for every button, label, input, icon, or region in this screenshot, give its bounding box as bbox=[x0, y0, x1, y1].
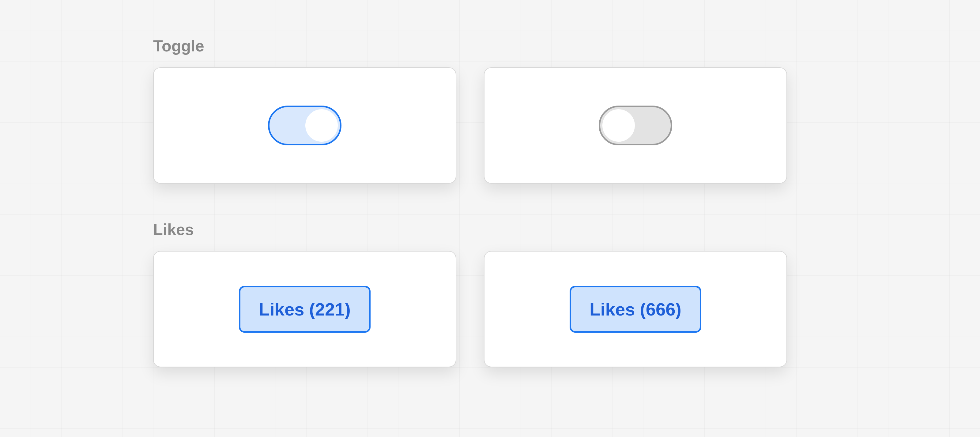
toggle-row bbox=[153, 67, 827, 184]
toggle-section: Toggle bbox=[153, 37, 827, 184]
likes-row: Likes (221) Likes (666) bbox=[153, 251, 827, 367]
likes-button[interactable]: Likes (666) bbox=[570, 286, 701, 332]
toggle-card-on bbox=[153, 67, 456, 184]
toggle-switch-on[interactable] bbox=[268, 106, 342, 146]
likes-card-1: Likes (221) bbox=[153, 251, 456, 367]
likes-card-2: Likes (666) bbox=[484, 251, 787, 367]
likes-button[interactable]: Likes (221) bbox=[239, 286, 371, 332]
toggle-knob bbox=[305, 109, 338, 142]
toggle-card-off bbox=[484, 67, 787, 184]
toggle-knob bbox=[602, 109, 635, 142]
toggle-section-label: Toggle bbox=[153, 37, 827, 55]
likes-section-label: Likes bbox=[153, 220, 827, 239]
toggle-switch-off[interactable] bbox=[599, 106, 672, 146]
likes-section: Likes Likes (221) Likes (666) bbox=[153, 220, 827, 367]
